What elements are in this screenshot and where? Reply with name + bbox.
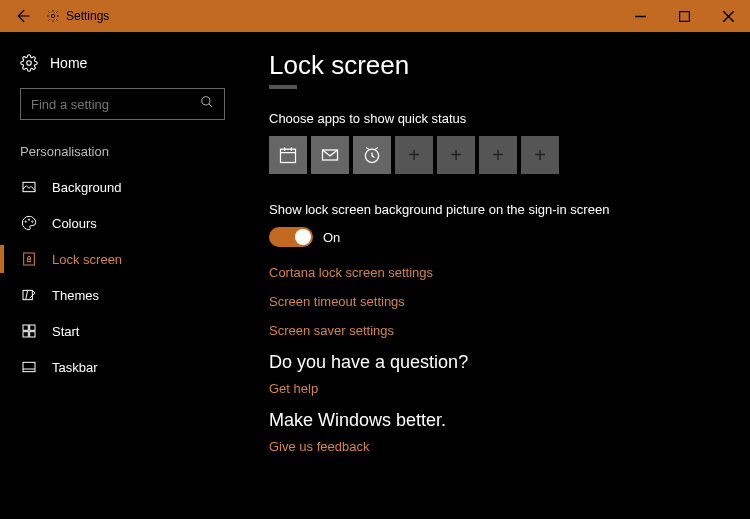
home-label: Home	[50, 55, 87, 71]
sidebar-item-label: Lock screen	[52, 252, 122, 267]
svg-rect-16	[281, 149, 296, 162]
titlebar: Settings	[0, 0, 750, 32]
title-underline	[269, 85, 297, 89]
section-header: Personalisation	[0, 120, 245, 169]
better-heading: Make Windows better.	[269, 410, 726, 431]
link-get-help[interactable]: Get help	[269, 381, 726, 396]
link-screen-timeout[interactable]: Screen timeout settings	[269, 294, 726, 309]
link-feedback[interactable]: Give us feedback	[269, 439, 726, 454]
back-button[interactable]	[0, 0, 44, 32]
gear-icon	[20, 54, 38, 72]
plus-icon: +	[534, 144, 546, 167]
search-input[interactable]	[31, 97, 200, 112]
lock-screen-icon	[20, 251, 38, 267]
search-icon	[200, 95, 214, 113]
quick-status-tile-add-4[interactable]: +	[521, 136, 559, 174]
quick-status-tile-calendar[interactable]	[269, 136, 307, 174]
quick-status-tile-add-1[interactable]: +	[395, 136, 433, 174]
signin-bg-toggle[interactable]	[269, 227, 313, 247]
home-button[interactable]: Home	[0, 54, 245, 88]
palette-icon	[20, 215, 38, 231]
question-heading: Do you have a question?	[269, 352, 726, 373]
link-cortana-settings[interactable]: Cortana lock screen settings	[269, 265, 726, 280]
svg-rect-13	[23, 332, 28, 337]
window-title: Settings	[66, 9, 109, 23]
sidebar-item-themes[interactable]: Themes	[0, 277, 245, 313]
svg-point-5	[25, 221, 26, 222]
settings-gear-icon	[46, 9, 60, 23]
arrow-left-icon	[13, 7, 31, 25]
svg-rect-15	[23, 362, 35, 371]
toggle-knob	[295, 229, 311, 245]
svg-rect-11	[23, 325, 28, 330]
svg-point-6	[28, 219, 29, 220]
plus-icon: +	[450, 144, 462, 167]
plus-icon: +	[408, 144, 420, 167]
start-icon	[20, 323, 38, 339]
quick-status-tile-alarm[interactable]	[353, 136, 391, 174]
sidebar-item-label: Themes	[52, 288, 99, 303]
svg-rect-14	[30, 332, 35, 337]
svg-point-7	[32, 221, 33, 222]
quick-status-tile-mail[interactable]	[311, 136, 349, 174]
svg-rect-12	[30, 325, 35, 330]
svg-point-3	[202, 97, 210, 105]
sidebar-item-label: Colours	[52, 216, 97, 231]
sidebar-item-taskbar[interactable]: Taskbar	[0, 349, 245, 385]
taskbar-icon	[20, 359, 38, 375]
sidebar-item-background[interactable]: Background	[0, 169, 245, 205]
page-title: Lock screen	[269, 50, 726, 81]
close-button[interactable]	[706, 0, 750, 32]
sidebar: Home Personalisation Background Colours …	[0, 32, 245, 519]
svg-point-0	[51, 14, 55, 18]
picture-icon	[20, 179, 38, 195]
sidebar-item-start[interactable]: Start	[0, 313, 245, 349]
sidebar-item-label: Background	[52, 180, 121, 195]
calendar-icon	[278, 145, 298, 165]
signin-bg-label: Show lock screen background picture on t…	[269, 202, 726, 217]
plus-icon: +	[492, 144, 504, 167]
sidebar-item-label: Start	[52, 324, 79, 339]
title-wrap: Settings	[44, 9, 109, 23]
quick-status-label: Choose apps to show quick status	[269, 111, 726, 126]
quick-status-tile-add-2[interactable]: +	[437, 136, 475, 174]
themes-icon	[20, 287, 38, 303]
content: Lock screen Choose apps to show quick st…	[245, 32, 750, 519]
mail-icon	[320, 145, 340, 165]
maximize-button[interactable]	[662, 0, 706, 32]
quick-status-tiles: + + + +	[269, 136, 726, 174]
link-screen-saver[interactable]: Screen saver settings	[269, 323, 726, 338]
clock-icon	[362, 145, 382, 165]
sidebar-item-lock-screen[interactable]: Lock screen	[0, 241, 245, 277]
search-box[interactable]	[20, 88, 225, 120]
svg-point-2	[27, 61, 32, 66]
svg-rect-9	[28, 259, 31, 262]
minimize-button[interactable]	[618, 0, 662, 32]
quick-status-tile-add-3[interactable]: +	[479, 136, 517, 174]
sidebar-item-label: Taskbar	[52, 360, 98, 375]
toggle-state-label: On	[323, 230, 340, 245]
window-controls	[618, 0, 750, 32]
svg-rect-1	[679, 11, 689, 21]
sidebar-item-colours[interactable]: Colours	[0, 205, 245, 241]
